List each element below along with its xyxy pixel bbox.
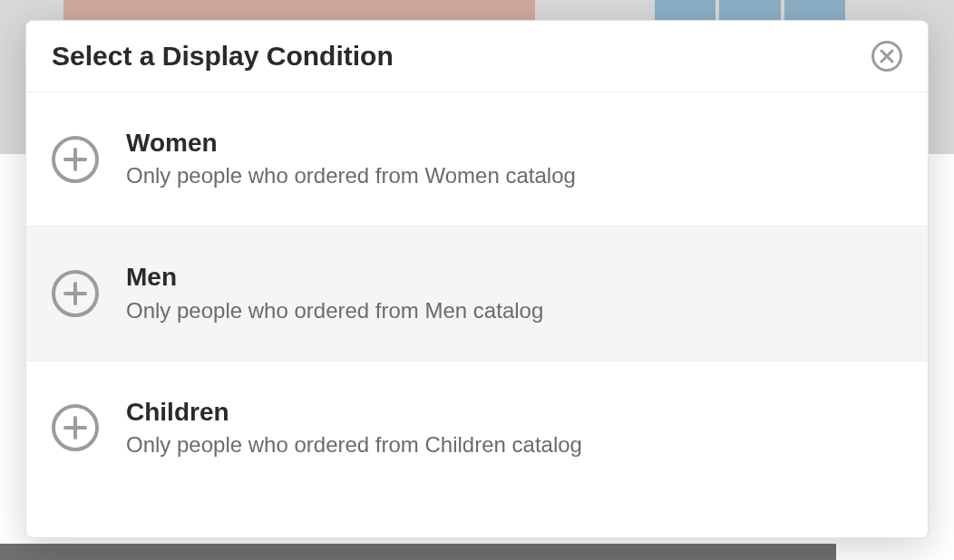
condition-description: Only people who ordered from Children ca… (126, 430, 582, 459)
condition-row-women[interactable]: Women Only people who ordered from Women… (26, 92, 928, 227)
condition-title: Men (126, 263, 543, 292)
condition-description: Only people who ordered from Men catalog (126, 296, 543, 324)
condition-description: Only people who ordered from Women catal… (126, 161, 576, 189)
plus-circle-icon (52, 270, 99, 317)
plus-circle-icon (52, 404, 99, 451)
condition-title: Women (126, 129, 576, 158)
condition-row-children[interactable]: Children Only people who ordered from Ch… (26, 362, 928, 495)
modal-body: Women Only people who ordered from Women… (26, 92, 928, 537)
modal-header: Select a Display Condition (26, 21, 928, 92)
display-condition-modal: Select a Display Condition Women Only pe… (25, 20, 929, 538)
plus-circle-icon (52, 136, 99, 183)
close-button[interactable] (871, 41, 902, 72)
condition-title: Children (126, 398, 582, 427)
condition-text: Children Only people who ordered from Ch… (126, 398, 582, 459)
condition-text: Men Only people who ordered from Men cat… (126, 263, 543, 323)
condition-text: Women Only people who ordered from Women… (126, 129, 576, 189)
close-icon (880, 49, 894, 63)
modal-title: Select a Display Condition (52, 41, 394, 72)
condition-row-men[interactable]: Men Only people who ordered from Men cat… (26, 227, 928, 361)
